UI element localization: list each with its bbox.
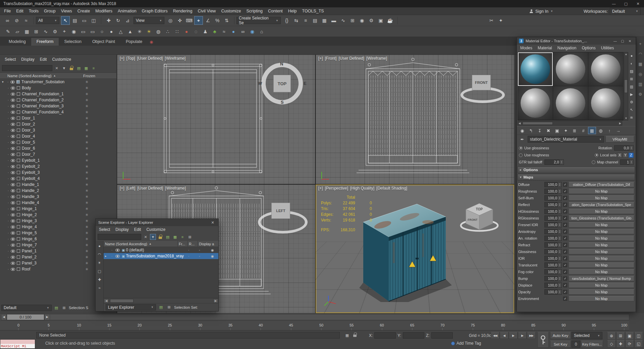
tree-row[interactable]: ·Channel_Foundation_2✳ bbox=[0, 97, 116, 103]
material-sample-slot-2[interactable] bbox=[553, 52, 588, 86]
auto-key-button[interactable]: Auto Key bbox=[550, 332, 571, 339]
map-amount-spinner[interactable]: 100,0▴▾ bbox=[544, 215, 562, 221]
snap-tool-icon[interactable]: ⌖ bbox=[60, 27, 69, 36]
map-slot-button[interactable]: No Map bbox=[569, 222, 634, 228]
tree-row[interactable]: ·Eyebolt_4✳ bbox=[0, 176, 116, 182]
go-to-parent-icon[interactable]: ↑ bbox=[605, 127, 613, 134]
sphere-tool-icon[interactable]: ◉ bbox=[69, 27, 78, 36]
map-channel-spinner[interactable]: 1 ▴▾ bbox=[620, 159, 634, 165]
map-checkbox[interactable]: ✓ bbox=[563, 196, 567, 200]
assign-to-selection-icon[interactable]: ↧ bbox=[536, 127, 544, 134]
select-and-scale-icon[interactable]: ⊿ bbox=[123, 16, 132, 25]
map-slot-button[interactable]: No Map bbox=[569, 256, 634, 261]
map-checkbox[interactable]: ✓ bbox=[563, 283, 567, 287]
compass-south[interactable]: S bbox=[281, 100, 284, 105]
visibility-eye-icon[interactable] bbox=[11, 111, 15, 114]
map-slot-button[interactable]: No Map bbox=[569, 296, 634, 301]
viewport-menu-pov[interactable]: [Front] bbox=[325, 56, 337, 61]
search-input[interactable] bbox=[2, 65, 52, 71]
go-forward-sibling-icon[interactable]: → bbox=[614, 127, 622, 134]
compass-west[interactable]: W bbox=[258, 81, 262, 86]
time-slider-track[interactable] bbox=[50, 314, 629, 320]
visibility-eye-icon[interactable] bbox=[11, 147, 15, 150]
name-column-header[interactable]: Name (Sorted Ascending) bbox=[7, 74, 52, 78]
spinner-arrows[interactable]: ▴▾ bbox=[558, 243, 561, 247]
spin-down-icon[interactable]: ▾ bbox=[559, 198, 560, 200]
curve-editor-icon[interactable]: ∿ bbox=[339, 16, 347, 25]
visibility-eye-icon[interactable] bbox=[11, 183, 15, 186]
visibility-eye-icon[interactable] bbox=[11, 153, 15, 156]
frozen-toggle-icon[interactable]: ✳ bbox=[85, 152, 88, 157]
named-selection-sets-combo[interactable]: Create Selection Se ▼ bbox=[236, 17, 281, 24]
go-to-end-icon[interactable]: ▶▶ bbox=[527, 332, 536, 339]
motion-tab-icon[interactable]: ◎ bbox=[637, 71, 643, 77]
spin-down-icon[interactable]: ▾ bbox=[559, 245, 560, 247]
orbit-icon[interactable]: ⟳ bbox=[625, 340, 634, 348]
frozen-toggle-icon[interactable]: ✳ bbox=[85, 86, 88, 90]
render-cell-icon[interactable]: ◦ bbox=[199, 248, 200, 252]
scroll-right-icon[interactable]: ▶ bbox=[213, 299, 218, 303]
me-menu-material[interactable]: Material bbox=[535, 46, 555, 50]
compass-east[interactable]: E bbox=[304, 81, 307, 86]
viewport-menu-view[interactable]: [User Defined] bbox=[338, 56, 364, 61]
tree-row[interactable]: ·Hinge_2✳ bbox=[0, 212, 116, 218]
link-tool-icon[interactable]: ∞ bbox=[238, 27, 247, 36]
display-tab-icon[interactable]: ▥ bbox=[637, 81, 643, 87]
utilities-tab-icon[interactable]: ⚙ bbox=[637, 91, 643, 97]
map-checkbox[interactable]: ✓ bbox=[563, 297, 567, 301]
ribbon-config-icon[interactable]: ◉ bbox=[148, 40, 155, 46]
scroll-down-icon[interactable]: ▼ bbox=[625, 117, 628, 120]
filter-shapes-icon[interactable]: ◠ bbox=[97, 251, 103, 257]
map-slot-button[interactable]: ransSubstation_bump ( Normal Bump bbox=[569, 276, 634, 281]
lw-menu-customize[interactable]: Customize bbox=[144, 227, 168, 232]
background-icon[interactable]: ▨ bbox=[629, 68, 635, 74]
tree-row[interactable]: ·Handle_4✳ bbox=[0, 200, 116, 206]
viewcube-top-label[interactable]: TOP bbox=[476, 207, 483, 211]
circle-shape-icon[interactable]: ● bbox=[107, 27, 116, 36]
viewport-menu-shading[interactable]: [Default Shading] bbox=[376, 186, 407, 191]
visibility-eye-icon[interactable] bbox=[11, 262, 15, 265]
spin-down-icon[interactable]: ▾ bbox=[559, 232, 560, 233]
dots-tool-icon[interactable]: ∷ bbox=[173, 27, 181, 36]
layer-explorer-titlebar[interactable]: Scene Explorer - Layer Explorer ✕ bbox=[96, 219, 218, 226]
map-amount-spinner[interactable]: 100,0▴▾ bbox=[544, 236, 562, 241]
maximize-viewport-icon[interactable]: ◱ bbox=[634, 340, 643, 348]
scatter-tool-icon[interactable]: ∴ bbox=[163, 27, 172, 36]
rotation-spinner[interactable]: 0,0 ▴▾ bbox=[614, 145, 634, 151]
tree-row[interactable]: ·Door_1✳ bbox=[0, 115, 116, 121]
viewcube-left[interactable]: LEFT bbox=[271, 203, 290, 219]
display-cell-icon[interactable]: ◉ bbox=[211, 254, 214, 258]
lock-icon[interactable] bbox=[157, 234, 163, 240]
scissors-icon[interactable]: ✂ bbox=[487, 16, 496, 25]
get-material-icon[interactable]: ◉ bbox=[518, 127, 526, 134]
scene-explorer-toggle-icon[interactable]: ▤ bbox=[311, 16, 319, 25]
me-menu-options[interactable]: Options bbox=[579, 46, 598, 50]
bind-to-space-warp-icon[interactable]: ≈ bbox=[22, 16, 31, 25]
viewcube-front-label[interactable]: FRONT bbox=[468, 218, 478, 221]
filter-cameras-icon[interactable]: ▢ bbox=[97, 268, 103, 274]
search-input[interactable] bbox=[98, 234, 141, 240]
frozen-toggle-icon[interactable]: ✳ bbox=[85, 134, 88, 139]
viewport-perspective[interactable]: [+] [Perspective] [High Quality] [Defaul… bbox=[316, 185, 514, 313]
visibility-eye-icon[interactable] bbox=[11, 201, 15, 204]
frozen-toggle-icon[interactable]: ✳ bbox=[85, 267, 88, 271]
spline-tool-icon[interactable]: ∿ bbox=[41, 27, 50, 36]
ribbon-tab-object-paint[interactable]: Object Paint bbox=[87, 38, 120, 46]
menu-content[interactable]: Content bbox=[265, 9, 285, 13]
key-filters-button[interactable]: Key Filters... bbox=[581, 341, 603, 348]
sort-by-layer-icon[interactable]: ▤ bbox=[165, 234, 171, 240]
restore-icon[interactable]: ▢ bbox=[620, 0, 632, 7]
select-and-link-icon[interactable]: ∞ bbox=[3, 16, 12, 25]
snaps-toggle-icon[interactable]: ⌖ bbox=[194, 16, 203, 25]
map-amount-spinner[interactable]: 100,0▴▾ bbox=[544, 289, 562, 295]
display-cell-icon[interactable]: ◉ bbox=[211, 248, 214, 252]
set-key-button[interactable]: Set Key bbox=[550, 341, 571, 348]
pan-icon[interactable]: ✚ bbox=[616, 340, 625, 348]
spinner-arrows[interactable]: ▴▾ bbox=[558, 189, 561, 194]
material-sample-slot-6[interactable] bbox=[588, 86, 623, 120]
tree-row[interactable]: ·Handle_1✳ bbox=[0, 182, 116, 188]
tree-row[interactable]: ·Eyebolt_3✳ bbox=[0, 169, 116, 176]
time-forward-icon[interactable]: ▶ bbox=[44, 314, 50, 320]
visibility-eye-icon[interactable] bbox=[11, 226, 15, 229]
material-editor-titlebar[interactable]: 3 Material Editor - TransSubstation_... … bbox=[517, 37, 636, 45]
